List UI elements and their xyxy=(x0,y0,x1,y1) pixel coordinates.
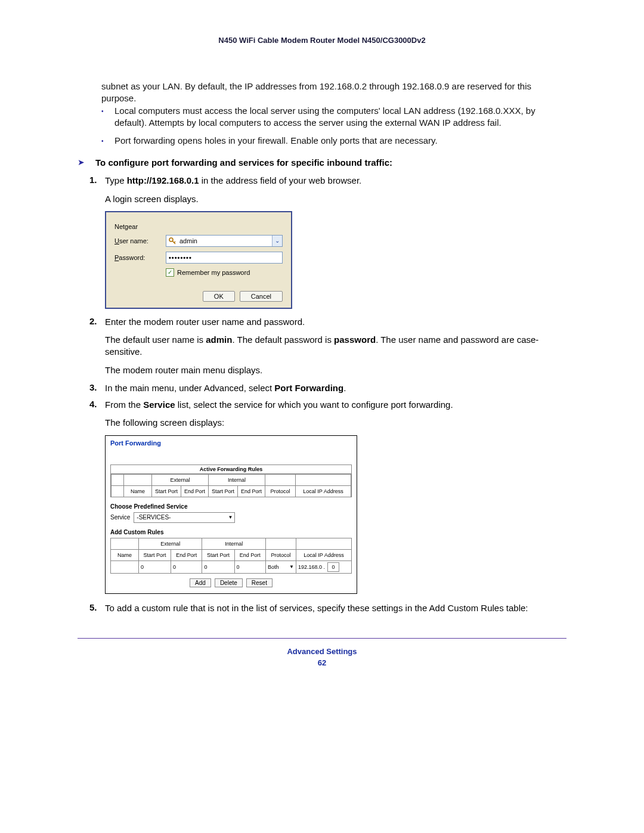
sub-paragraph: The modem router main menu displays. xyxy=(105,364,566,376)
local-ip-cell: 192.168.0 . xyxy=(298,562,349,572)
key-icon xyxy=(169,237,176,244)
bullet-item: • Local computers must access the local … xyxy=(101,105,566,129)
step-text: Enter the modem router user name and pas… xyxy=(105,316,566,328)
ok-button[interactable]: OK xyxy=(203,291,235,302)
sub-paragraph: A login screen displays. xyxy=(105,193,566,205)
name-input[interactable] xyxy=(113,563,137,571)
ip-octet-input[interactable] xyxy=(327,562,339,572)
procedure-heading-row: ➤ To configure port forwarding and servi… xyxy=(78,157,566,168)
int-end-port-input[interactable] xyxy=(237,563,264,571)
username-value: admin xyxy=(179,237,197,244)
footer-divider xyxy=(78,638,566,639)
pf-title: Port Forwarding xyxy=(110,439,352,447)
arrow-icon: ➤ xyxy=(78,157,95,168)
active-rules-heading: Active Forwarding Rules xyxy=(111,465,351,474)
step-number: 3. xyxy=(89,382,105,394)
service-select[interactable]: -SERVICES- ▼ xyxy=(134,512,235,523)
login-title: Netgear xyxy=(114,223,138,230)
add-custom-label: Add Custom Rules xyxy=(110,529,352,535)
cancel-button[interactable]: Cancel xyxy=(240,291,283,302)
password-label: Password: xyxy=(114,254,166,261)
step-text: In the main menu, under Advanced, select… xyxy=(105,382,566,394)
page-number: 62 xyxy=(78,658,566,667)
footer-section: Advanced Settings xyxy=(78,647,566,656)
step-number: 1. xyxy=(89,175,105,187)
username-field[interactable]: admin ⌄ xyxy=(166,235,283,247)
step-number: 5. xyxy=(89,602,105,614)
bullet-text: Port forwarding opens holes in your fire… xyxy=(114,135,566,147)
bullet-text: Local computers must access the local se… xyxy=(114,105,566,129)
step-row: 5. To add a custom rule that is not in t… xyxy=(89,602,566,614)
dropdown-arrow-icon[interactable]: ⌄ xyxy=(272,236,282,246)
sub-paragraph: The following screen displays: xyxy=(105,417,566,429)
bullet-icon: • xyxy=(101,105,114,129)
checkbox-icon[interactable]: ✓ xyxy=(166,268,174,277)
bullet-item: • Port forwarding opens holes in your fi… xyxy=(101,135,566,147)
password-value: •••••••• xyxy=(169,254,192,261)
step-row: 4. From the Service list, select the ser… xyxy=(89,399,566,411)
step-row: 2. Enter the modem router user name and … xyxy=(89,316,566,328)
step-text: To add a custom rule that is not in the … xyxy=(105,602,566,614)
username-label: User name: xyxy=(114,237,166,244)
document-title: N450 WiFi Cable Modem Router Model N450/… xyxy=(78,36,566,45)
ext-start-port-input[interactable] xyxy=(141,563,169,571)
bullet-icon: • xyxy=(101,135,114,147)
int-start-port-input[interactable] xyxy=(204,563,232,571)
step-row: 3. In the main menu, under Advanced, sel… xyxy=(89,382,566,394)
add-button[interactable]: Add xyxy=(190,578,211,587)
login-dialog: Netgear User name: admin ⌄ Password: •••… xyxy=(105,211,292,309)
table-row: Both▼ 192.168.0 . xyxy=(111,561,352,573)
step-number: 4. xyxy=(89,399,105,411)
active-rules-table: External Internal Name Start Port End Po… xyxy=(111,474,351,497)
procedure-heading: To configure port forwarding and service… xyxy=(95,157,392,168)
intro-paragraph: subnet as your LAN. By default, the IP a… xyxy=(101,80,566,105)
step-row: 1. Type http://192.168.0.1 in the addres… xyxy=(89,175,566,187)
service-label: Service xyxy=(110,514,130,521)
dropdown-arrow-icon: ▼ xyxy=(289,564,294,569)
remember-row[interactable]: ✓ Remember my password xyxy=(166,268,283,277)
password-field[interactable]: •••••••• xyxy=(166,252,283,264)
ext-end-port-input[interactable] xyxy=(173,563,200,571)
delete-button[interactable]: Delete xyxy=(215,578,243,587)
choose-service-label: Choose Predefined Service xyxy=(110,503,352,510)
step-text: From the Service list, select the servic… xyxy=(105,399,566,411)
step-text: Type http://192.168.0.1 in the address f… xyxy=(105,175,566,187)
dropdown-arrow-icon: ▼ xyxy=(228,515,233,520)
protocol-select[interactable]: Both▼ xyxy=(268,564,294,570)
sub-paragraph: The default user name is admin. The defa… xyxy=(105,334,566,358)
port-forwarding-panel: Port Forwarding Active Forwarding Rules … xyxy=(105,435,357,594)
custom-rules-table: External Internal Name Start Port End Po… xyxy=(110,538,352,574)
reset-button[interactable]: Reset xyxy=(246,578,273,587)
step-number: 2. xyxy=(89,316,105,328)
